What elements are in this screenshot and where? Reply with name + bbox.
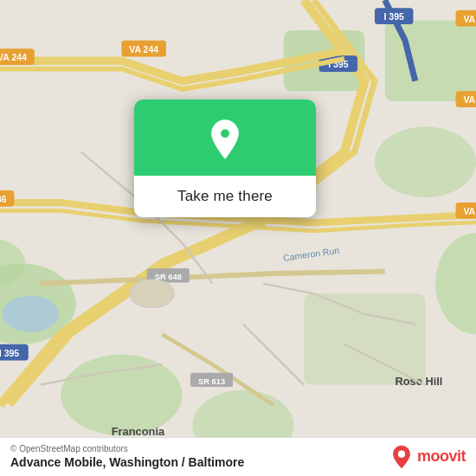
svg-text:I 395: I 395 (0, 348, 19, 358)
svg-point-8 (61, 355, 182, 436)
popup-card: Take me there (134, 100, 316, 217)
bottom-left: © OpenStreetMap contributors Advance Mob… (10, 444, 244, 469)
svg-text:VA 7: VA 7 (463, 14, 476, 24)
map-pin-icon (204, 119, 246, 160)
svg-text:VA 244: VA 244 (129, 44, 158, 55)
svg-point-36 (130, 280, 174, 308)
svg-rect-7 (304, 293, 425, 384)
svg-text:VA 402: VA 402 (463, 94, 476, 105)
bottom-bar: © OpenStreetMap contributors Advance Mob… (0, 437, 476, 476)
moovit-brand-text: moovit (417, 447, 466, 466)
svg-point-39 (220, 128, 230, 138)
svg-text:I 395: I 395 (384, 11, 405, 22)
svg-text:Franconia: Franconia (112, 425, 165, 438)
svg-point-5 (375, 126, 476, 197)
take-me-there-button[interactable]: Take me there (134, 176, 316, 217)
map-background: I 395 I 395 VA 244 VA 244 VA 7 VA 236 VA… (0, 0, 476, 476)
svg-text:VA 236: VA 236 (0, 194, 7, 204)
osm-attribution: © OpenStreetMap contributors (10, 444, 244, 453)
moovit-pin-icon (389, 445, 414, 469)
svg-point-10 (2, 296, 59, 332)
svg-point-40 (398, 450, 405, 457)
popup-icon-area (134, 100, 316, 176)
location-title: Advance Mobile, Washington / Baltimore (10, 455, 244, 469)
moovit-logo: moovit (389, 445, 466, 469)
svg-text:VA 244: VA 244 (0, 52, 27, 62)
svg-text:VA 236: VA 236 (463, 206, 476, 216)
map-container: I 395 I 395 VA 244 VA 244 VA 7 VA 236 VA… (0, 0, 476, 476)
svg-text:SR 613: SR 613 (198, 377, 225, 386)
